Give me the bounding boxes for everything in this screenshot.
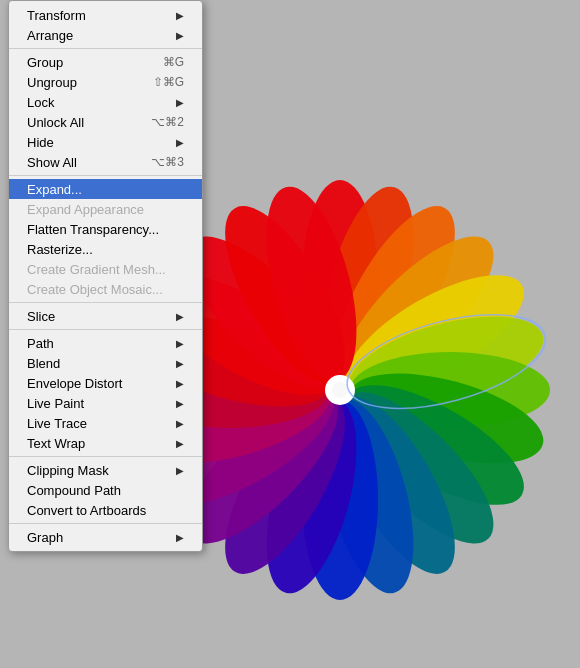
menu-item-compound-path[interactable]: Compound Path: [9, 480, 202, 500]
submenu-arrow-icon: ▶: [176, 378, 184, 389]
menu-item-label: Slice: [27, 309, 55, 324]
submenu-arrow-icon: ▶: [176, 137, 184, 148]
menu-item-clipping-mask[interactable]: Clipping Mask▶: [9, 460, 202, 480]
menu-item-ungroup[interactable]: Ungroup⇧⌘G: [9, 72, 202, 92]
submenu-arrow-icon: ▶: [176, 358, 184, 369]
submenu-arrow-icon: ▶: [176, 532, 184, 543]
menu-item-hide[interactable]: Hide▶: [9, 132, 202, 152]
menu-item-label: Ungroup: [27, 75, 77, 90]
menu-item-label: Group: [27, 55, 63, 70]
menu-item-create-gradient-mesh: Create Gradient Mesh...: [9, 259, 202, 279]
menu-item-shortcut: ⌘G: [163, 55, 184, 69]
menu-item-label: Arrange: [27, 28, 73, 43]
menu-separator: [9, 456, 202, 457]
menu-item-lock[interactable]: Lock▶: [9, 92, 202, 112]
menu-item-rasterize[interactable]: Rasterize...: [9, 239, 202, 259]
context-menu: Transform▶Arrange▶Group⌘GUngroup⇧⌘GLock▶…: [8, 0, 203, 552]
menu-item-unlock-all[interactable]: Unlock All⌥⌘2: [9, 112, 202, 132]
submenu-arrow-icon: ▶: [176, 30, 184, 41]
submenu-arrow-icon: ▶: [176, 338, 184, 349]
menu-item-label: Path: [27, 336, 54, 351]
submenu-arrow-icon: ▶: [176, 418, 184, 429]
menu-item-label: Clipping Mask: [27, 463, 109, 478]
menu-item-label: Envelope Distort: [27, 376, 122, 391]
menu-item-label: Unlock All: [27, 115, 84, 130]
svg-point-26: [332, 382, 348, 398]
menu-item-convert-to-artboards[interactable]: Convert to Artboards: [9, 500, 202, 520]
menu-item-label: Live Paint: [27, 396, 84, 411]
menu-item-slice[interactable]: Slice▶: [9, 306, 202, 326]
menu-item-shortcut: ⇧⌘G: [153, 75, 184, 89]
menu-item-label: Blend: [27, 356, 60, 371]
submenu-arrow-icon: ▶: [176, 438, 184, 449]
menu-item-show-all[interactable]: Show All⌥⌘3: [9, 152, 202, 172]
submenu-arrow-icon: ▶: [176, 311, 184, 322]
menu-item-arrange[interactable]: Arrange▶: [9, 25, 202, 45]
menu-item-live-paint[interactable]: Live Paint▶: [9, 393, 202, 413]
menu-item-expand-appearance: Expand Appearance: [9, 199, 202, 219]
menu-item-label: Hide: [27, 135, 54, 150]
menu-item-label: Transform: [27, 8, 86, 23]
menu-item-shortcut: ⌥⌘3: [151, 155, 184, 169]
menu-item-graph[interactable]: Graph▶: [9, 527, 202, 547]
menu-item-label: Lock: [27, 95, 54, 110]
menu-item-expand[interactable]: Expand...: [9, 179, 202, 199]
submenu-arrow-icon: ▶: [176, 97, 184, 108]
menu-item-text-wrap[interactable]: Text Wrap▶: [9, 433, 202, 453]
menu-item-blend[interactable]: Blend▶: [9, 353, 202, 373]
menu-item-envelope-distort[interactable]: Envelope Distort▶: [9, 373, 202, 393]
menu-item-label: Live Trace: [27, 416, 87, 431]
menu-separator: [9, 48, 202, 49]
menu-item-label: Convert to Artboards: [27, 503, 146, 518]
menu-item-label: Create Gradient Mesh...: [27, 262, 166, 277]
menu-item-label: Rasterize...: [27, 242, 93, 257]
submenu-arrow-icon: ▶: [176, 465, 184, 476]
menu-separator: [9, 175, 202, 176]
menu-item-transform[interactable]: Transform▶: [9, 5, 202, 25]
menu-item-flatten-transparency[interactable]: Flatten Transparency...: [9, 219, 202, 239]
menu-item-create-object-mosaic: Create Object Mosaic...: [9, 279, 202, 299]
menu-item-label: Compound Path: [27, 483, 121, 498]
submenu-arrow-icon: ▶: [176, 10, 184, 21]
menu-item-label: Text Wrap: [27, 436, 85, 451]
menu-separator: [9, 302, 202, 303]
menu-item-path[interactable]: Path▶: [9, 333, 202, 353]
menu-separator: [9, 329, 202, 330]
menu-separator: [9, 523, 202, 524]
menu-item-label: Flatten Transparency...: [27, 222, 159, 237]
menu-item-label: Show All: [27, 155, 77, 170]
submenu-arrow-icon: ▶: [176, 398, 184, 409]
menu-item-label: Expand...: [27, 182, 82, 197]
menu-item-label: Expand Appearance: [27, 202, 144, 217]
menu-item-shortcut: ⌥⌘2: [151, 115, 184, 129]
menu-item-live-trace[interactable]: Live Trace▶: [9, 413, 202, 433]
menu-item-label: Create Object Mosaic...: [27, 282, 163, 297]
menu-item-label: Graph: [27, 530, 63, 545]
menu-item-group[interactable]: Group⌘G: [9, 52, 202, 72]
